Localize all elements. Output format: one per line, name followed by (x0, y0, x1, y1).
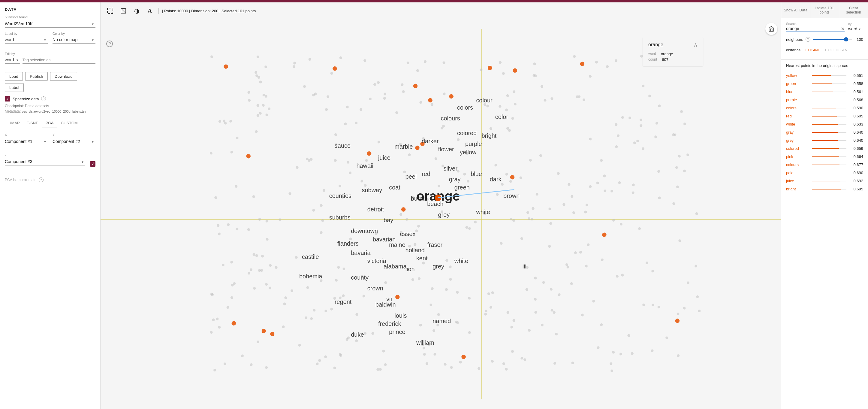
scatter-dot[interactable] (606, 65, 609, 68)
scatter-dot[interactable] (672, 202, 675, 205)
scatter-dot[interactable] (306, 286, 309, 289)
scatter-dot[interactable] (463, 173, 466, 176)
scatter-dot[interactable] (640, 55, 643, 58)
scatter-dot[interactable] (405, 218, 408, 221)
scatter-dot[interactable] (500, 242, 502, 245)
scatter-dot[interactable] (312, 209, 315, 212)
scatter-dot[interactable] (248, 91, 250, 94)
scatter-dot[interactable] (505, 109, 508, 111)
scatter-dot[interactable] (337, 266, 340, 269)
scatter-dot[interactable] (254, 71, 257, 74)
scatter-dot[interactable] (632, 191, 634, 194)
scatter-dot[interactable] (610, 362, 612, 365)
scatter-dot[interactable] (437, 313, 440, 316)
scatter-dot[interactable] (413, 84, 418, 88)
nearest-item[interactable]: colors 0.590 (786, 104, 863, 112)
scatter-dot[interactable] (342, 268, 345, 270)
scatter-dot[interactable] (510, 326, 513, 328)
scatter-dot[interactable] (621, 116, 624, 119)
scatter-dot[interactable] (210, 56, 213, 58)
scatter-dot[interactable] (534, 276, 537, 279)
scatter-dot[interactable] (383, 97, 386, 100)
scatter-dot[interactable] (491, 360, 494, 363)
scatter-dot[interactable] (578, 95, 581, 98)
scatter-dot[interactable] (347, 161, 349, 164)
scatter-dot[interactable] (589, 75, 592, 78)
scatter-dot[interactable] (395, 111, 398, 114)
scatter-dot[interactable] (284, 296, 287, 299)
scatter-dot[interactable] (555, 333, 558, 335)
scatter-dot[interactable] (611, 190, 613, 193)
selection-transform-icon[interactable] (119, 6, 128, 16)
scatter-dot[interactable] (696, 295, 699, 298)
scatter-dot[interactable] (648, 95, 651, 97)
scatter-dot[interactable] (218, 232, 221, 235)
scatter-dot[interactable] (474, 221, 476, 224)
home-button[interactable] (765, 23, 777, 35)
nearest-item[interactable]: blue 0.561 (786, 88, 863, 96)
scatter-dot[interactable] (279, 218, 281, 221)
show-all-button[interactable]: Show All Data (781, 2, 810, 18)
scatter-dot[interactable] (257, 114, 259, 117)
scatter-dot[interactable] (511, 350, 514, 353)
scatter-dot[interactable] (443, 61, 445, 64)
scatter-dot[interactable] (698, 310, 701, 312)
scatter-dot[interactable] (479, 68, 482, 71)
scatter-dot[interactable] (642, 147, 644, 150)
scatter-dot[interactable] (541, 324, 544, 326)
scatter-dot[interactable] (509, 180, 512, 183)
scatter-dot[interactable] (449, 94, 454, 99)
scatter-dot[interactable] (628, 117, 631, 119)
scatter-dot[interactable] (303, 85, 306, 88)
scatter-dot[interactable] (224, 122, 227, 125)
nearest-item[interactable]: white 0.633 (786, 120, 863, 128)
scatter-dot[interactable] (640, 124, 642, 127)
scatter-dot[interactable] (465, 226, 468, 229)
scatter-dot[interactable] (306, 158, 309, 160)
scatter-dot[interactable] (654, 136, 657, 138)
scatter-dot[interactable] (330, 308, 333, 311)
scatter-dot[interactable] (210, 331, 213, 333)
scatter-dot[interactable] (549, 222, 552, 225)
scatter-dot[interactable] (227, 223, 229, 226)
scatter-dot[interactable] (241, 355, 244, 357)
scatter-dot[interactable] (253, 287, 256, 290)
scatter-dot[interactable] (459, 361, 462, 363)
scatter-dot[interactable] (619, 353, 622, 355)
scatter-dot[interactable] (548, 207, 551, 210)
scatter-dot[interactable] (248, 272, 250, 274)
scatter-dot[interactable] (603, 174, 606, 177)
scatter-dot[interactable] (494, 164, 497, 166)
scatter-dot[interactable] (646, 262, 648, 264)
scatter-dot[interactable] (511, 117, 514, 120)
scatter-dot[interactable] (632, 183, 635, 186)
scatter-dot[interactable] (633, 141, 636, 144)
scatter-dot[interactable] (509, 218, 512, 221)
scatter-dot[interactable] (401, 84, 403, 86)
scatter-dot[interactable] (583, 98, 585, 101)
scatter-dot[interactable] (579, 251, 582, 254)
selection-rect-icon[interactable] (105, 6, 115, 16)
scatter-dot[interactable] (502, 362, 505, 365)
scatter-dot[interactable] (417, 225, 420, 228)
scatter-dot[interactable] (253, 253, 255, 256)
scatter-dot[interactable] (320, 204, 323, 207)
scatter-dot[interactable] (562, 203, 565, 206)
scatter-dot[interactable] (321, 219, 324, 222)
nearest-item[interactable]: green 0.558 (786, 80, 863, 88)
scatter-dot[interactable] (339, 354, 342, 357)
scatter-dot[interactable] (265, 65, 267, 68)
scatter-dot[interactable] (372, 332, 374, 335)
text-tool-icon[interactable]: A (145, 6, 155, 16)
nearest-item[interactable]: pink 0.664 (786, 152, 863, 160)
scatter-dot[interactable] (512, 219, 515, 222)
sphereize-help-icon[interactable]: ? (41, 96, 46, 101)
scatter-dot[interactable] (325, 108, 328, 111)
scatter-dot[interactable] (550, 288, 553, 291)
scatter-dot[interactable] (616, 275, 619, 278)
scatter-dot[interactable] (455, 321, 457, 323)
scatter-dot[interactable] (250, 268, 252, 271)
scatter-dot[interactable] (618, 181, 621, 184)
scatter-dot[interactable] (468, 297, 471, 299)
scatter-dot[interactable] (235, 185, 238, 188)
